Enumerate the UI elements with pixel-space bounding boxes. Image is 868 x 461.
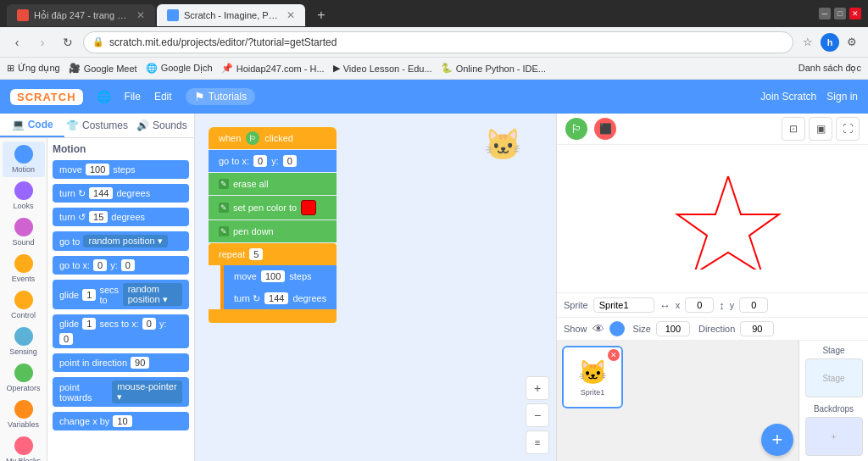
block-when-flag[interactable]: when 🏳 clicked xyxy=(209,127,337,149)
title-bar: Hỏi đáp 247 - trang tra lời ✕ Scratch - … xyxy=(0,0,868,27)
backdrop-thumb[interactable]: + xyxy=(805,417,863,456)
back-button[interactable]: ‹ xyxy=(7,32,27,53)
block-change-x[interactable]: change x by 10 xyxy=(53,412,189,430)
address-box[interactable]: 🔒 scratch.mit.edu/projects/editor/?tutor… xyxy=(83,31,793,53)
edit-menu[interactable]: Edit xyxy=(154,91,172,103)
stage-fullscreen-button[interactable]: ⛶ xyxy=(836,117,860,141)
bookmark-video[interactable]: ▶ Video Lesson - Edu... xyxy=(333,63,432,74)
tab-code[interactable]: 💻Code xyxy=(0,114,64,137)
bookmark-hoidap[interactable]: 📌 Hoidap247.com - H... xyxy=(221,63,325,74)
minimize-button[interactable]: ─ xyxy=(819,8,831,19)
block-glide-xy[interactable]: glide 1 secs to x: 0 y: 0 xyxy=(53,314,189,348)
star-drawing xyxy=(669,168,787,269)
maximize-button[interactable]: □ xyxy=(834,8,846,19)
stage-small-button[interactable]: ⊡ xyxy=(782,117,805,141)
tab-bar: Hỏi đáp 247 - trang tra lời ✕ Scratch - … xyxy=(7,1,332,26)
sprite-name-input[interactable] xyxy=(593,297,654,313)
block-point-towards[interactable]: point towards mouse-pointer ▾ xyxy=(53,377,189,407)
reload-button[interactable]: ↻ xyxy=(58,32,78,53)
bookmark-icon[interactable]: ☆ xyxy=(798,33,817,52)
block-goto-xy[interactable]: go to x: 0 y: 0 xyxy=(53,256,189,275)
cat-events[interactable]: Events xyxy=(3,251,45,286)
size-input[interactable] xyxy=(656,321,690,336)
cat-sound[interactable]: Sound xyxy=(3,214,45,250)
stop-button[interactable]: ⬛ xyxy=(594,118,616,140)
scratch-logo[interactable]: SCRATCH xyxy=(10,89,83,105)
cat-control[interactable]: Control xyxy=(3,287,45,323)
tab-sounds[interactable]: 🔊Sounds xyxy=(130,114,194,137)
cat-operators[interactable]: Operators xyxy=(3,360,45,396)
block-direction[interactable]: point in direction 90 xyxy=(53,353,189,372)
palette-area: Motion Looks Sound Events xyxy=(0,138,194,461)
sprite1-image: 🐱 xyxy=(578,358,608,386)
x-input[interactable] xyxy=(685,297,714,313)
tutorials-button[interactable]: ⚑ Tutorials xyxy=(186,88,256,105)
close-button[interactable]: ✕ xyxy=(849,8,861,19)
bookmark-translate[interactable]: 🌐 Google Dịch xyxy=(146,63,213,74)
block-move[interactable]: move 100 steps xyxy=(53,160,189,179)
new-tab-button[interactable]: + xyxy=(310,4,332,26)
browser-toolbar: ☆ h ⚙ xyxy=(798,33,861,52)
file-menu[interactable]: File xyxy=(125,91,141,103)
y-label: y xyxy=(730,300,735,310)
sprite-delete-button[interactable]: ✕ xyxy=(608,349,620,361)
address-bar-row: ‹ › ↻ 🔒 scratch.mit.edu/projects/editor/… xyxy=(0,27,868,58)
join-button[interactable]: Join Scratch xyxy=(760,91,816,103)
tab-costumes[interactable]: 👕Costumes xyxy=(64,114,129,137)
stage-sidebar: Stage Stage Backdrops + xyxy=(798,341,868,461)
zoom-out-button[interactable]: − xyxy=(526,403,549,427)
zoom-in-button[interactable]: + xyxy=(526,376,549,400)
cat-myblocks[interactable]: My Blocks xyxy=(3,433,45,461)
tab2-close[interactable]: ✕ xyxy=(287,9,295,21)
eye-visible-button[interactable]: 👁 xyxy=(593,322,604,336)
tab1-close[interactable]: ✕ xyxy=(136,9,145,21)
block-erase-all[interactable]: ✎ erase all xyxy=(209,173,337,195)
cat-looks[interactable]: Looks xyxy=(3,178,45,214)
sprite-thumb-sprite1[interactable]: ✕ 🐱 Sprite1 xyxy=(562,346,623,408)
bookmark-python[interactable]: 🐍 Online Python - IDE... xyxy=(441,63,546,74)
size-label: Size xyxy=(633,324,651,334)
stage-view-buttons: ⊡ ▣ ⛶ xyxy=(782,117,860,141)
forward-button[interactable]: › xyxy=(32,32,53,53)
tab-inactive[interactable]: Hỏi đáp 247 - trang tra lời ✕ xyxy=(7,4,155,26)
green-flag-button[interactable]: 🏳 xyxy=(565,118,587,140)
lock-icon: 🔒 xyxy=(92,36,104,47)
browser-window: Hỏi đáp 247 - trang tra lời ✕ Scratch - … xyxy=(0,0,868,80)
script-blocks-group[interactable]: when 🏳 clicked go to x: 0 y: 0 ✎ erase a… xyxy=(209,127,337,323)
bookmark-apps[interactable]: ⊞ Ứng dụng xyxy=(7,63,60,74)
block-set-pen-color[interactable]: ✎ set pen color to xyxy=(209,196,337,219)
scratch-app: SCRATCH 🌐 File Edit ⚑ Tutorials Join Scr… xyxy=(0,80,868,461)
block-turn-cw[interactable]: turn ↻ 144 degrees xyxy=(53,184,189,203)
extensions-icon[interactable]: ⚙ xyxy=(843,33,861,52)
stage-medium-button[interactable]: ▣ xyxy=(809,117,832,141)
block-pen-down[interactable]: ✎ pen down xyxy=(209,220,337,242)
block-repeat[interactable]: repeat 5 move 100 steps turn ↻ 144 degre… xyxy=(209,243,337,323)
signin-button[interactable]: Sign in xyxy=(826,91,858,103)
show-selected-button[interactable] xyxy=(609,321,625,336)
stage-thumb[interactable]: Stage xyxy=(805,358,863,397)
add-sprite-button[interactable]: + xyxy=(761,424,793,456)
sprite1-label: Sprite1 xyxy=(581,388,605,397)
stage-panel: 🏳 ⬛ ⊡ ▣ ⛶ Sprite ↔ x xyxy=(556,114,868,461)
reading-list[interactable]: Danh sách đọc xyxy=(798,63,861,74)
profile-icon[interactable]: h xyxy=(821,33,839,52)
tab-active[interactable]: Scratch - Imagine, Program, Sha... ✕ xyxy=(157,4,305,26)
block-move-100[interactable]: move 100 steps xyxy=(224,265,337,287)
zoom-reset-button[interactable]: ≡ xyxy=(526,430,549,454)
sprites-list: ✕ 🐱 Sprite1 + xyxy=(557,341,798,461)
block-goto-0-0[interactable]: go to x: 0 y: 0 xyxy=(209,150,337,172)
scratch-header: SCRATCH 🌐 File Edit ⚑ Tutorials Join Scr… xyxy=(0,80,868,114)
sprite-label: Sprite xyxy=(564,300,588,310)
direction-input[interactable] xyxy=(740,321,774,336)
cat-variables[interactable]: Variables xyxy=(3,397,45,432)
direction-label: Direction xyxy=(698,324,735,334)
bookmark-meet[interactable]: 🎥 Google Meet xyxy=(69,63,137,74)
block-turn-144[interactable]: turn ↻ 144 degrees xyxy=(224,287,337,309)
cat-motion[interactable]: Motion xyxy=(3,142,45,177)
globe-icon[interactable]: 🌐 xyxy=(97,90,111,103)
block-turn-ccw[interactable]: turn ↺ 15 degrees xyxy=(53,208,189,226)
y-input[interactable] xyxy=(739,297,768,313)
cat-sensing[interactable]: Sensing xyxy=(3,324,45,359)
block-glide-random[interactable]: glide 1 secs to random position ▾ xyxy=(53,280,189,309)
block-goto-random[interactable]: go to random position ▾ xyxy=(53,231,189,251)
